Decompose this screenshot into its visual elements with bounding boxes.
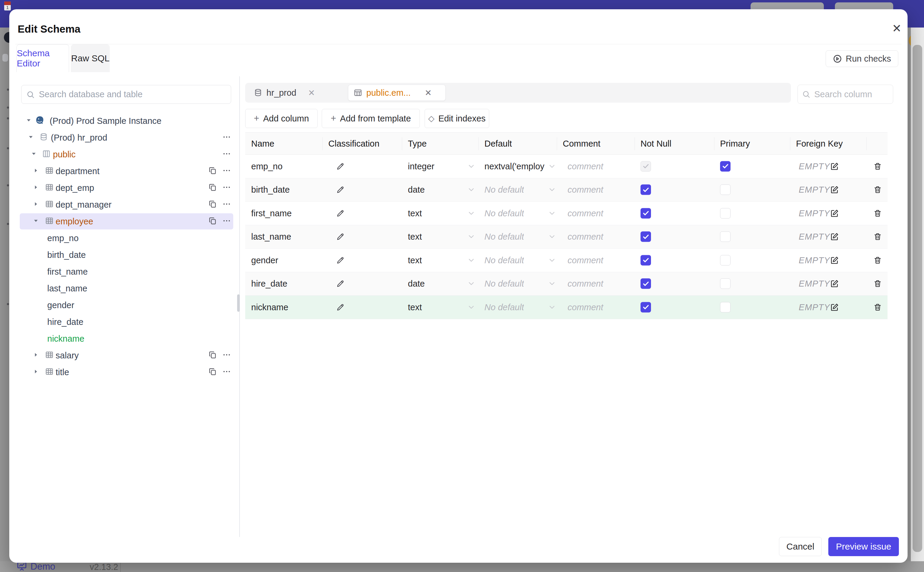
edit-foreign-key-icon[interactable] (830, 162, 839, 171)
more-options-icon[interactable] (222, 132, 231, 143)
more-options-icon[interactable] (222, 149, 231, 159)
not-null-checkbox[interactable] (640, 208, 651, 218)
copy-icon[interactable] (208, 367, 217, 377)
edit-foreign-key-icon[interactable] (830, 232, 839, 241)
tree-item-dept_emp[interactable]: dept_emp (9, 179, 240, 196)
more-options-icon[interactable] (222, 183, 231, 193)
copy-icon[interactable] (208, 166, 217, 176)
delete-column-icon[interactable] (873, 162, 882, 171)
edit-indexes-button[interactable]: ◇ Edit indexes (425, 109, 489, 128)
caret-right-icon[interactable] (33, 351, 39, 359)
classification-edit-icon[interactable] (336, 302, 345, 312)
column-search[interactable] (797, 85, 893, 104)
tree-item-salary[interactable]: salary (9, 347, 240, 364)
page-scrollbar-thumb[interactable] (913, 45, 922, 552)
not-null-checkbox[interactable] (640, 278, 651, 289)
close-tab-icon[interactable]: ✕ (425, 88, 431, 98)
chevron-down-icon[interactable] (548, 209, 556, 218)
tab-raw-sql[interactable]: Raw SQL (71, 44, 110, 72)
edit-foreign-key-icon[interactable] (830, 302, 839, 312)
tree-item-employee[interactable]: employee (9, 213, 240, 230)
caret-down-icon[interactable] (33, 218, 39, 225)
chevron-down-icon[interactable] (467, 162, 476, 171)
primary-checkbox[interactable] (720, 161, 730, 171)
caret-right-icon[interactable] (33, 368, 39, 376)
copy-icon[interactable] (208, 183, 217, 193)
comment-input[interactable]: comment (567, 161, 603, 171)
type-select[interactable]: text (408, 255, 422, 265)
run-checks-button[interactable]: Run checks (826, 50, 898, 67)
chevron-down-icon[interactable] (467, 303, 476, 311)
column-name-cell[interactable]: nickname (251, 302, 288, 312)
default-select[interactable]: No default (484, 232, 524, 242)
chevron-down-icon[interactable] (548, 303, 556, 311)
tree-item-dept_manager[interactable]: dept_manager (9, 196, 240, 213)
comment-input[interactable]: comment (567, 232, 603, 242)
tree-column-item[interactable]: birth_date (9, 247, 240, 263)
column-name-cell[interactable]: gender (251, 255, 278, 265)
column-name-cell[interactable]: hire_date (251, 279, 287, 289)
database-search[interactable] (21, 85, 231, 104)
chevron-down-icon[interactable] (467, 209, 476, 218)
tree-column-item[interactable]: nickname (9, 330, 240, 347)
delete-column-icon[interactable] (873, 209, 882, 218)
classification-edit-icon[interactable] (336, 279, 345, 288)
edit-foreign-key-icon[interactable] (830, 255, 839, 265)
caret-right-icon[interactable] (33, 167, 39, 175)
comment-input[interactable]: comment (567, 302, 603, 312)
chevron-down-icon[interactable] (467, 185, 476, 194)
tree-item-public[interactable]: public (9, 146, 240, 163)
preview-issue-button[interactable]: Preview issue (828, 537, 899, 556)
copy-icon[interactable] (208, 199, 217, 210)
chevron-down-icon[interactable] (548, 256, 556, 264)
caret-right-icon[interactable] (33, 184, 39, 192)
not-null-checkbox[interactable] (640, 185, 651, 195)
primary-checkbox[interactable] (720, 232, 730, 242)
column-name-cell[interactable]: last_name (251, 232, 291, 242)
caret-down-icon[interactable] (28, 134, 34, 141)
delete-column-icon[interactable] (873, 185, 882, 194)
caret-down-icon[interactable] (25, 117, 32, 125)
primary-checkbox[interactable] (720, 185, 730, 195)
demo-link[interactable]: Demo (31, 561, 55, 572)
delete-column-icon[interactable] (873, 232, 882, 241)
classification-edit-icon[interactable] (336, 208, 345, 218)
column-name-cell[interactable]: emp_no (251, 161, 282, 171)
chevron-down-icon[interactable] (467, 232, 476, 241)
type-select[interactable]: date (408, 279, 425, 289)
default-select[interactable]: No default (484, 255, 524, 265)
delete-column-icon[interactable] (873, 256, 882, 265)
tree-column-item[interactable]: first_name (9, 263, 240, 280)
chevron-down-icon[interactable] (467, 256, 476, 264)
not-null-checkbox[interactable] (640, 232, 651, 242)
tree-column-item[interactable]: emp_no (9, 230, 240, 247)
edit-foreign-key-icon[interactable] (830, 208, 839, 218)
not-null-checkbox[interactable] (640, 302, 651, 312)
edit-foreign-key-icon[interactable] (830, 279, 839, 288)
more-options-icon[interactable] (222, 350, 231, 361)
panel-resize-handle[interactable] (237, 294, 240, 312)
close-icon[interactable]: ✕ (890, 21, 904, 36)
primary-checkbox[interactable] (720, 278, 730, 289)
tab-hr-prod[interactable]: hr_prod ✕ (254, 83, 315, 103)
chevron-down-icon[interactable] (548, 162, 556, 171)
column-name-cell[interactable]: first_name (251, 208, 291, 218)
more-options-icon[interactable] (222, 216, 231, 227)
tree-item--prod-prod-sample-instance[interactable]: (Prod) Prod Sample Instance (9, 112, 240, 129)
edit-foreign-key-icon[interactable] (830, 185, 839, 194)
more-options-icon[interactable] (222, 166, 231, 176)
column-name-cell[interactable]: birth_date (251, 185, 290, 195)
classification-edit-icon[interactable] (336, 232, 345, 241)
classification-edit-icon[interactable] (336, 162, 345, 171)
default-select[interactable]: No default (484, 302, 524, 312)
delete-column-icon[interactable] (873, 279, 882, 288)
chevron-down-icon[interactable] (467, 280, 476, 288)
comment-input[interactable]: comment (567, 255, 603, 265)
database-search-input[interactable] (38, 89, 231, 99)
primary-checkbox[interactable] (720, 302, 730, 312)
type-select[interactable]: text (408, 232, 422, 242)
copy-icon[interactable] (208, 216, 217, 227)
chevron-down-icon[interactable] (548, 232, 556, 241)
tree-column-item[interactable]: last_name (9, 280, 240, 297)
tree-item-department[interactable]: department (9, 163, 240, 179)
